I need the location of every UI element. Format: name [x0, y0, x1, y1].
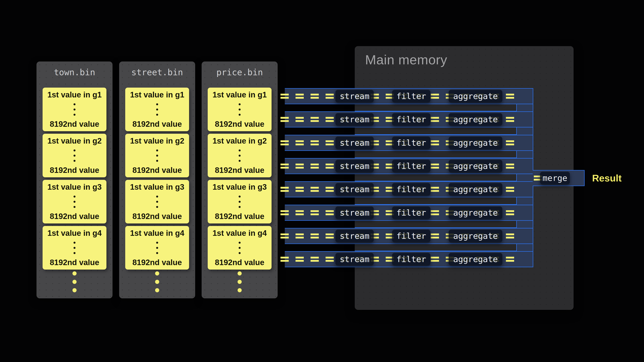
value-group-card: 1st value in g18192nd value [208, 88, 272, 131]
pipeline-lane: streamfilteraggregate [285, 228, 533, 244]
stage-badge-filter: filter [392, 253, 430, 266]
stage-badge-stream: stream [336, 253, 374, 266]
group-last-value-label: 8192nd value [215, 258, 264, 267]
pipeline-lane: streamfilteraggregate [285, 111, 533, 127]
vertical-ellipsis-icon [156, 242, 158, 254]
group-first-value-label: 1st value in g3 [130, 183, 184, 191]
ellipsis-dot [239, 160, 240, 162]
ellipsis-dot [239, 155, 240, 157]
stage-badge-stream: stream [336, 90, 374, 102]
value-group-card: 1st value in g48192nd value [125, 226, 189, 270]
value-group-card: 1st value in g28192nd value [42, 134, 106, 177]
ellipsis-dot [239, 196, 240, 198]
ellipsis-dot [239, 252, 240, 254]
group-last-value-label: 8192nd value [132, 258, 182, 267]
group-last-value-label: 8192nd value [132, 212, 182, 221]
ellipsis-dot [74, 114, 76, 116]
stage-badge-stream: stream [336, 160, 374, 172]
diagram-canvas: Main memory town.bin1st value in g18192n… [0, 0, 644, 362]
vertical-ellipsis-icon [239, 196, 240, 208]
stage-badge-filter: filter [392, 230, 430, 242]
ellipsis-dot [156, 103, 158, 105]
vertical-ellipsis-icon [74, 242, 76, 254]
ellipsis-dot [74, 149, 76, 151]
stage-badge-aggregate: aggregate [449, 183, 502, 196]
main-memory-title: Main memory [365, 52, 447, 67]
group-first-value-label: 1st value in g1 [130, 90, 184, 99]
pipeline-lane: streamfilteraggregate [285, 205, 533, 221]
group-last-value-label: 8192nd value [215, 166, 264, 174]
value-group-card: 1st value in g38192nd value [208, 180, 272, 223]
stage-badge-aggregate: aggregate [449, 230, 502, 242]
value-group-card: 1st value in g28192nd value [125, 134, 189, 177]
stage-badge-filter: filter [392, 113, 430, 126]
result-label: Result [592, 170, 622, 186]
vertical-ellipsis-icon [239, 149, 240, 162]
ellipsis-dot [156, 114, 158, 116]
vertical-ellipsis-icon [156, 196, 158, 208]
file-name-label: town.bin [36, 66, 112, 78]
stage-badge-stream: stream [336, 183, 374, 196]
stage-badge-filter: filter [392, 183, 430, 196]
ellipsis-dot [238, 280, 242, 284]
more-groups-ellipsis-icon [119, 271, 195, 292]
ellipsis-dot [155, 280, 159, 284]
vertical-ellipsis-icon [74, 149, 76, 162]
vertical-ellipsis-icon [156, 149, 158, 162]
ellipsis-dot [74, 252, 76, 254]
ellipsis-dot [155, 288, 159, 292]
ellipsis-dot [239, 103, 240, 105]
ellipsis-dot [238, 288, 242, 292]
ellipsis-dot [74, 160, 76, 162]
stage-badge-filter: filter [392, 206, 430, 219]
ellipsis-dot [156, 201, 158, 203]
stage-badge-filter: filter [392, 90, 430, 102]
vertical-ellipsis-icon [239, 242, 240, 254]
stage-badge-aggregate: aggregate [449, 206, 502, 219]
group-first-value-label: 1st value in g2 [130, 137, 184, 145]
group-last-value-label: 8192nd value [50, 258, 99, 267]
ellipsis-dot [239, 206, 240, 208]
stage-badge-aggregate: aggregate [449, 253, 502, 266]
value-group-card: 1st value in g38192nd value [125, 180, 189, 223]
ellipsis-dot [239, 201, 240, 203]
more-groups-ellipsis-icon [36, 271, 112, 292]
group-last-value-label: 8192nd value [215, 120, 264, 128]
value-group-card: 1st value in g48192nd value [42, 226, 106, 270]
ellipsis-dot [72, 271, 76, 276]
ellipsis-dot [72, 280, 76, 284]
value-group-card: 1st value in g38192nd value [42, 180, 106, 223]
value-group-card: 1st value in g28192nd value [208, 134, 272, 177]
ellipsis-dot [156, 160, 158, 162]
vertical-ellipsis-icon [156, 103, 158, 116]
pipeline-lane: streamfilteraggregate [285, 158, 533, 174]
group-first-value-label: 1st value in g1 [48, 90, 102, 99]
ellipsis-dot [74, 108, 76, 110]
ellipsis-dot [74, 155, 76, 157]
ellipsis-dot [156, 149, 158, 151]
stage-badge-merge: merge [540, 172, 570, 184]
memory-gap-box [355, 150, 517, 158]
ellipsis-dot [74, 206, 76, 208]
ellipsis-dot [156, 196, 158, 198]
stage-badge-filter: filter [392, 137, 430, 149]
ellipsis-dot [155, 271, 159, 276]
group-last-value-label: 8192nd value [50, 120, 99, 128]
pipeline-lane: streamfilteraggregate [285, 135, 533, 151]
group-last-value-label: 8192nd value [132, 120, 182, 128]
ellipsis-dot [239, 247, 240, 249]
ellipsis-dot [74, 242, 76, 244]
merge-output-bar: merge [533, 170, 584, 186]
vertical-ellipsis-icon [74, 103, 76, 116]
file-column-street-bin: street.bin1st value in g18192nd value1st… [119, 61, 195, 298]
stage-badge-filter: filter [392, 160, 430, 172]
file-column-town-bin: town.bin1st value in g18192nd value1st v… [36, 61, 112, 298]
memory-gap-box [355, 196, 517, 205]
stage-badge-aggregate: aggregate [449, 90, 502, 102]
group-last-value-label: 8192nd value [215, 212, 264, 221]
group-first-value-label: 1st value in g4 [48, 229, 102, 237]
value-group-card: 1st value in g18192nd value [42, 88, 106, 131]
file-name-label: street.bin [119, 66, 195, 78]
memory-gap-box [355, 103, 517, 111]
group-first-value-label: 1st value in g1 [212, 90, 267, 99]
